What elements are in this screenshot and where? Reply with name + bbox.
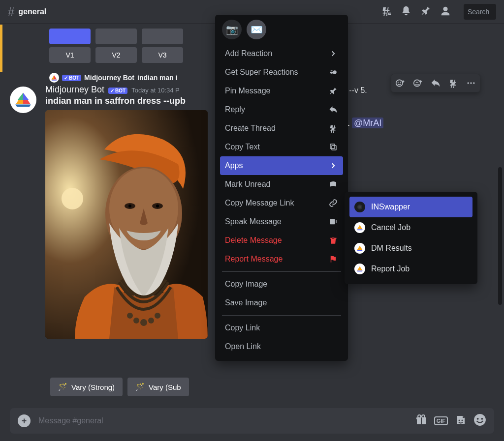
ctx-copy-message-link[interactable]: Copy Message Link — [220, 194, 343, 212]
ctx-add-reaction[interactable]: Add Reaction — [220, 44, 343, 63]
svg-point-17 — [400, 82, 401, 83]
x2-button[interactable] — [142, 29, 183, 44]
message-input-bar: + Message #general GIF — [10, 408, 494, 434]
svg-point-37 — [481, 418, 483, 420]
app-report-job[interactable]: Report Job — [349, 259, 472, 279]
reply-icon[interactable] — [428, 75, 443, 91]
svg-point-16 — [398, 82, 399, 83]
ctx-mark-unread[interactable]: Mark Unread — [220, 175, 343, 194]
svg-point-35 — [474, 414, 486, 426]
notifications-icon[interactable] — [401, 5, 411, 18]
mail-reaction-icon[interactable]: ✉️ — [247, 20, 266, 39]
ctx-delete-message[interactable]: Delete Message — [220, 231, 343, 250]
emoji-icon[interactable] — [473, 413, 486, 428]
svg-point-32 — [422, 415, 425, 418]
svg-point-11 — [133, 318, 139, 323]
ctx-save-image[interactable]: Save Image — [220, 294, 343, 312]
svg-point-1 — [443, 6, 447, 11]
svg-point-36 — [477, 418, 479, 420]
svg-point-31 — [418, 415, 421, 418]
scrollbar[interactable] — [498, 167, 502, 305]
svg-point-15 — [396, 80, 403, 86]
v1-button[interactable]: V1 — [49, 47, 91, 63]
svg-rect-23 — [332, 146, 336, 150]
svg-point-34 — [462, 420, 463, 421]
x1-button[interactable] — [95, 29, 137, 44]
svg-point-10 — [140, 319, 147, 326]
svg-point-12 — [148, 318, 154, 323]
ctx-copy-image[interactable]: Copy Image — [220, 275, 343, 294]
ctx-open-link[interactable]: Open Link — [220, 337, 343, 356]
generated-image[interactable] — [45, 110, 208, 339]
ctx-pin-message[interactable]: Pin Message — [220, 82, 343, 100]
add-reaction-icon[interactable] — [392, 75, 408, 91]
hash-icon: # — [8, 5, 14, 19]
ctx-create-thread[interactable]: Create Thread — [220, 119, 343, 138]
mention[interactable]: @MrAI — [352, 118, 383, 128]
search-input[interactable]: Search — [464, 4, 496, 20]
bot-tag: ✓ BOT — [108, 88, 127, 94]
attach-button[interactable]: + — [18, 414, 31, 427]
gift-icon[interactable] — [415, 414, 427, 428]
reply-avatar — [49, 73, 59, 83]
reply-preview: indian man i — [137, 74, 178, 82]
svg-rect-25 — [330, 219, 335, 225]
message-hover-toolbar — [391, 74, 480, 92]
message-context-menu: 📷 ✉️ Add ReactionGet Super ReactionsPin … — [215, 15, 348, 361]
camera-reaction-icon[interactable]: 📷 — [222, 20, 242, 39]
gif-button[interactable]: GIF — [434, 416, 448, 425]
v3-button[interactable]: V3 — [142, 47, 183, 63]
message-timestamp: Today at 10:34 P — [131, 87, 180, 94]
bot-tag: ✓ BOT — [62, 75, 81, 81]
thread-icon[interactable] — [445, 75, 461, 91]
svg-point-22 — [333, 70, 337, 74]
message-author[interactable]: Midjourney Bot — [45, 85, 104, 95]
pinned-icon[interactable] — [420, 5, 431, 18]
svg-point-18 — [414, 80, 420, 86]
svg-point-19 — [468, 82, 469, 84]
svg-point-14 — [155, 313, 160, 319]
svg-point-13 — [127, 313, 133, 319]
ctx-get-super-reactions[interactable]: Get Super Reactions — [220, 63, 343, 82]
more-icon[interactable] — [463, 75, 479, 91]
svg-rect-24 — [330, 144, 335, 148]
svg-point-20 — [470, 82, 472, 84]
svg-point-33 — [459, 420, 460, 421]
message-input[interactable]: Message #general — [38, 416, 103, 425]
ctx-copy-text[interactable]: Copy Text — [220, 138, 343, 156]
app-cancel-job[interactable]: Cancel Job — [349, 217, 472, 238]
threads-icon[interactable] — [381, 5, 392, 18]
ctx-copy-link[interactable]: Copy Link — [220, 319, 343, 337]
sticker-icon[interactable] — [455, 414, 467, 428]
svg-rect-30 — [421, 417, 422, 424]
vary-subtle-button[interactable]: 🪄 Vary (Sub — [127, 378, 189, 396]
ctx-report-message[interactable]: Report Message — [220, 250, 343, 268]
svg-point-3 — [62, 188, 83, 209]
svg-point-21 — [473, 82, 474, 84]
vary-strong-button[interactable]: 🪄 Vary (Strong) — [50, 378, 123, 396]
svg-point-9 — [156, 205, 159, 207]
u1-button[interactable] — [49, 29, 91, 44]
svg-point-8 — [128, 205, 131, 207]
author-avatar[interactable] — [10, 87, 36, 113]
svg-point-27 — [358, 206, 361, 208]
ctx-reply[interactable]: Reply — [220, 100, 343, 119]
v2-button[interactable]: V2 — [95, 47, 137, 63]
app-inswapper[interactable]: INSwapper — [349, 197, 472, 217]
app-dm-results[interactable]: DM Results — [349, 238, 472, 259]
channel-name: general — [18, 7, 46, 16]
ctx-apps[interactable]: Apps — [220, 156, 343, 175]
wand-icon: 🪄 — [135, 382, 145, 391]
reply-author: Midjourney Bot — [84, 74, 134, 82]
super-reaction-icon[interactable] — [410, 75, 426, 91]
members-icon[interactable] — [440, 5, 451, 18]
wand-icon: 🪄 — [58, 382, 67, 391]
ctx-speak-message[interactable]: Speak Message — [220, 212, 343, 231]
apps-submenu: INSwapperCancel JobDM ResultsReport Job — [345, 192, 477, 284]
